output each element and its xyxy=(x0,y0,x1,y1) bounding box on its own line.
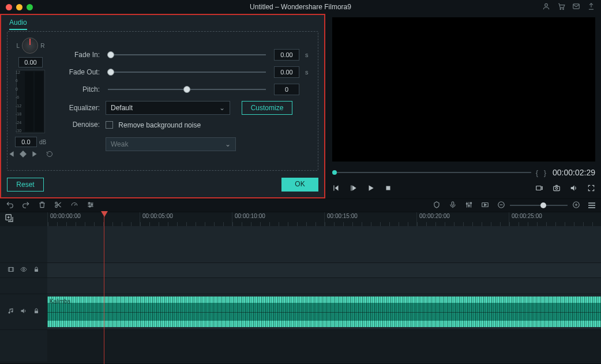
lock-toggle[interactable] xyxy=(33,307,40,316)
preview-scrubber[interactable] xyxy=(332,172,531,173)
ruler-tick: 00:00:20:00 xyxy=(416,212,509,226)
stop-button[interactable] xyxy=(384,184,392,194)
chevron-down-icon: ⌄ xyxy=(225,140,231,148)
pitch-input[interactable]: 0 xyxy=(274,84,299,95)
account-icon[interactable] xyxy=(542,2,550,12)
denoise-checkbox[interactable] xyxy=(106,121,113,129)
vu-scale-tick: -30 xyxy=(16,129,24,133)
redo-button[interactable] xyxy=(22,201,30,211)
reset-button[interactable]: Reset xyxy=(7,178,44,192)
export-icon[interactable] xyxy=(587,2,595,12)
speed-button[interactable] xyxy=(70,201,78,211)
svg-point-2 xyxy=(563,8,564,9)
audio-mixer-button[interactable] xyxy=(465,201,473,211)
svg-rect-22 xyxy=(452,201,454,205)
timeline-ruler[interactable]: 00:00:00:0000:00:05:0000:00:10:0000:00:1… xyxy=(0,212,601,226)
svg-point-21 xyxy=(89,205,91,207)
vu-scale-tick: 0 xyxy=(16,87,24,91)
lock-toggle[interactable] xyxy=(33,266,40,275)
denoise-strength-value: Weak xyxy=(111,140,128,148)
ruler-tick: 00:00:00:00 xyxy=(47,212,140,226)
cart-icon[interactable] xyxy=(557,2,565,12)
fade-in-slider[interactable] xyxy=(108,54,266,55)
filmstrip-icon xyxy=(7,266,14,275)
reset-keyframes-button[interactable] xyxy=(46,151,53,159)
pan-right-label: R xyxy=(40,43,44,49)
next-keyframe-button[interactable] xyxy=(31,151,38,159)
split-button[interactable] xyxy=(54,201,62,211)
denoise-strength-select[interactable]: Weak ⌄ xyxy=(106,137,236,151)
svg-rect-13 xyxy=(536,186,541,190)
customize-equalizer-button[interactable]: Customize xyxy=(242,101,292,115)
chevron-down-icon: ⌄ xyxy=(219,104,225,112)
play-start-button[interactable] xyxy=(350,184,358,194)
pan-knob[interactable] xyxy=(22,37,38,54)
titlebar: Untitled – Wondershare Filmora9 xyxy=(0,0,601,14)
play-button[interactable] xyxy=(367,184,375,194)
playhead[interactable] xyxy=(104,212,104,364)
zoom-in-button[interactable] xyxy=(572,201,580,211)
equalizer-selected: Default xyxy=(111,104,133,112)
tab-audio[interactable]: Audio xyxy=(9,17,27,30)
zoom-slider-thumb[interactable] xyxy=(540,202,546,208)
svg-marker-5 xyxy=(20,151,27,157)
svg-marker-10 xyxy=(352,185,356,190)
prev-keyframe-button[interactable] xyxy=(8,151,15,159)
svg-point-19 xyxy=(89,202,90,203)
ruler-tick: 00:00:05:00 xyxy=(140,212,232,226)
equalizer-select[interactable]: Default ⌄ xyxy=(106,101,230,115)
svg-rect-9 xyxy=(351,185,351,190)
pitch-slider[interactable] xyxy=(108,89,266,90)
record-voiceover-button[interactable] xyxy=(449,201,457,211)
timeline-toolbar xyxy=(0,198,601,212)
preview-viewport[interactable] xyxy=(332,17,595,162)
track-manager-button[interactable] xyxy=(588,201,595,209)
snapshot-button[interactable] xyxy=(553,184,561,194)
fade-out-slider[interactable] xyxy=(108,72,266,73)
track-row xyxy=(0,263,601,278)
render-preview-button[interactable] xyxy=(481,201,489,211)
svg-marker-27 xyxy=(484,204,487,206)
message-icon[interactable] xyxy=(572,2,580,12)
pan-value-input[interactable]: 0.00 xyxy=(18,57,43,67)
mute-toggle[interactable] xyxy=(20,307,27,316)
marker-button[interactable] xyxy=(433,201,441,211)
svg-point-23 xyxy=(466,203,467,204)
fade-out-input[interactable]: 0.00 xyxy=(274,66,299,78)
mark-brackets[interactable]: { } xyxy=(536,168,548,177)
delete-button[interactable] xyxy=(38,201,46,211)
add-media-button[interactable] xyxy=(5,213,14,224)
zoom-out-button[interactable] xyxy=(497,201,505,211)
svg-rect-31 xyxy=(9,268,14,272)
audio-clip[interactable]: Kalimba xyxy=(47,297,601,327)
svg-rect-33 xyxy=(35,269,38,272)
fullscreen-button[interactable] xyxy=(587,184,595,194)
quality-settings-button[interactable] xyxy=(535,184,543,194)
volume-db-input[interactable]: 0.0 xyxy=(15,137,37,147)
visibility-toggle[interactable] xyxy=(20,266,27,275)
denoise-checkbox-label: Remove background noise xyxy=(118,121,201,129)
svg-rect-14 xyxy=(554,186,560,191)
step-back-button[interactable] xyxy=(332,184,340,194)
ruler-tick: 00:00:25:00 xyxy=(509,212,601,226)
preview-panel: { } 00:00:02:29 xyxy=(325,14,601,198)
adjust-button[interactable] xyxy=(87,201,95,211)
vu-scale-tick: -18 xyxy=(16,112,24,116)
ruler-tick: 00:00:10:00 xyxy=(232,212,324,226)
track-row: Kalimba xyxy=(0,294,601,330)
svg-point-25 xyxy=(470,202,471,203)
add-keyframe-button[interactable] xyxy=(20,151,27,159)
preview-volume-button[interactable] xyxy=(570,184,578,194)
zoom-slider[interactable] xyxy=(510,205,568,206)
svg-rect-8 xyxy=(333,185,334,190)
window-title: Untitled – Wondershare Filmora9 xyxy=(0,3,601,11)
music-note-icon xyxy=(7,307,14,316)
vu-scale-tick: 6 xyxy=(16,78,24,82)
undo-button[interactable] xyxy=(6,201,14,211)
scrubber-handle[interactable] xyxy=(332,170,337,175)
fade-in-input[interactable]: 0.00 xyxy=(274,49,299,61)
vu-meter: 1260-6-12-18-24-30 xyxy=(16,70,45,133)
db-unit-label: dB xyxy=(39,139,46,145)
ok-button[interactable]: OK xyxy=(281,178,318,192)
svg-point-1 xyxy=(560,8,561,9)
